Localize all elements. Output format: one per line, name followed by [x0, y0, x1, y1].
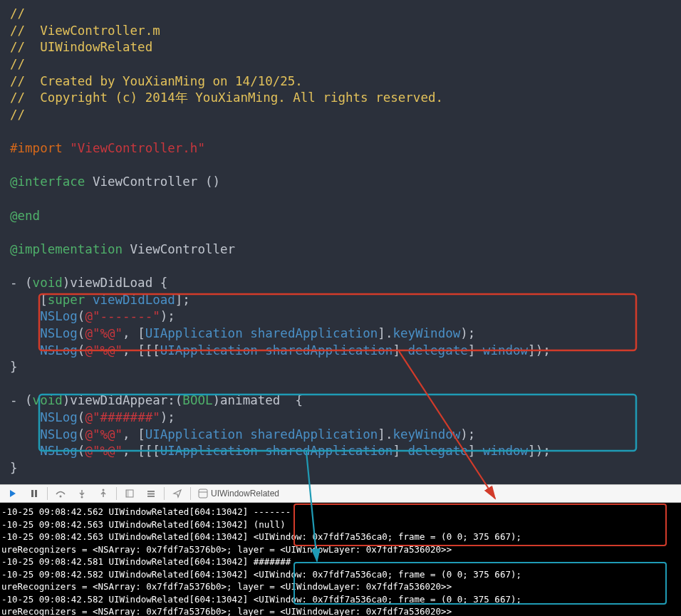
svg-marker-0 [10, 490, 16, 497]
paren: ); [460, 326, 475, 340]
separator [116, 487, 117, 500]
at-sign: @ [85, 309, 93, 323]
svg-rect-8 [147, 491, 155, 492]
bracket: ]; [175, 293, 190, 307]
class-ref: UIApplication [160, 343, 258, 357]
bracket: ] [468, 444, 476, 458]
comment-line: // Created by YouXianMing on 14/10/25. [10, 74, 303, 88]
comment-line: // ViewController.m [10, 24, 160, 38]
paren: ( [78, 326, 85, 340]
comma: , [123, 326, 137, 340]
message: sharedApplication [258, 343, 393, 357]
code-editor[interactable]: // // ViewController.m // UIWindowRelate… [0, 0, 681, 484]
string-literal: "%@" [93, 427, 123, 442]
paren: ); [460, 427, 475, 442]
svg-rect-1 [31, 490, 33, 497]
import-header: "ViewController.h" [70, 141, 205, 155]
message: sharedApplication [258, 444, 393, 458]
console-line: -10-25 09:08:42.582 UIWindowRelated[604:… [0, 593, 681, 606]
comment-line: // UIWindowRelated [10, 40, 152, 54]
console-line: -10-25 09:08:42.563 UIWindowRelated[604:… [0, 531, 681, 543]
class-ref: UIApplication [145, 326, 243, 340]
debug-target[interactable]: UIWindowRelated [194, 489, 284, 498]
separator [47, 487, 48, 500]
message: viewDidLoad [85, 293, 175, 307]
step-in-button[interactable] [72, 486, 92, 501]
breakpoints-button[interactable] [141, 486, 161, 501]
svg-rect-10 [147, 496, 155, 497]
comment-line: // Copyright (c) 2014年 YouXianMing. All … [10, 90, 443, 105]
method-sig: )animated { [213, 393, 303, 407]
string-literal: "-------" [93, 309, 160, 323]
comment-line: // [10, 57, 25, 71]
paren: ( [78, 444, 85, 458]
import-directive: #import [10, 141, 70, 155]
close-brace: } [10, 461, 18, 475]
message: delegate [400, 444, 468, 458]
paren: ( [78, 427, 85, 442]
svg-rect-9 [147, 494, 155, 495]
class-ref: UIApplication [145, 427, 243, 442]
method-sig: - ( [10, 393, 33, 407]
paren: ( [78, 309, 85, 323]
bracket: ] [468, 343, 476, 357]
bracket: ] [378, 326, 385, 340]
method-sig: - ( [10, 276, 33, 290]
bracket: [ [137, 326, 145, 340]
console-line: -10-25 09:08:42.581 UIWindowRelated[604:… [0, 555, 681, 568]
comment-line: // [10, 6, 25, 21]
svg-point-4 [81, 496, 83, 498]
bracket: [[[ [137, 444, 160, 458]
at-sign: @ [85, 343, 93, 357]
property: keyWindow [393, 427, 460, 442]
end-keyword: @end [10, 209, 40, 223]
at-sign: @ [85, 427, 93, 442]
svg-rect-11 [199, 489, 207, 498]
paren: ); [536, 444, 551, 458]
void-keyword: void [33, 276, 63, 290]
bracket: [[[ [137, 343, 160, 357]
continue-button[interactable] [3, 486, 23, 501]
comma: , [123, 343, 137, 357]
void-keyword: void [33, 393, 63, 407]
location-button[interactable] [167, 486, 187, 501]
separator [164, 487, 165, 500]
bracket: ] [393, 343, 400, 357]
message: window [475, 343, 528, 357]
bracket: ] [528, 343, 536, 357]
debug-view-button[interactable] [120, 486, 140, 501]
bracket: ] [393, 444, 400, 458]
message: sharedApplication [243, 427, 378, 442]
svg-rect-7 [126, 490, 129, 497]
at-sign: @ [85, 410, 93, 424]
nslog-call: NSLog [10, 343, 78, 357]
super-keyword: super [48, 293, 85, 307]
bracket: [ [137, 427, 145, 442]
interface-keyword: @interface [10, 174, 85, 189]
dot: . [385, 326, 393, 340]
comma: , [123, 444, 137, 458]
pause-button[interactable] [24, 486, 44, 501]
message: delegate [400, 343, 468, 357]
string-literal: "%@" [93, 326, 123, 340]
property: keyWindow [393, 326, 460, 340]
class-name: ViewController [123, 242, 235, 256]
comma: , [123, 427, 137, 442]
paren: ); [160, 309, 175, 323]
at-sign: @ [85, 444, 93, 458]
debug-console[interactable]: -10-25 09:08:42.562 UIWindowRelated[604:… [0, 503, 681, 616]
console-line: ureRecognizers = <NSArray: 0x7fdf7a5376b… [0, 543, 681, 556]
message: sharedApplication [243, 326, 378, 340]
nslog-call: NSLog [10, 427, 78, 442]
class-ref: UIApplication [160, 444, 258, 458]
step-over-button[interactable] [51, 486, 71, 501]
comment-line: // [10, 108, 25, 122]
svg-point-5 [103, 489, 105, 491]
nslog-call: NSLog [10, 309, 78, 323]
separator [190, 487, 191, 500]
string-literal: "%@" [93, 343, 123, 357]
bracket: ] [378, 427, 385, 442]
at-sign: @ [85, 326, 93, 340]
step-out-button[interactable] [93, 486, 113, 501]
method-sig: )viewDidLoad { [63, 276, 168, 290]
